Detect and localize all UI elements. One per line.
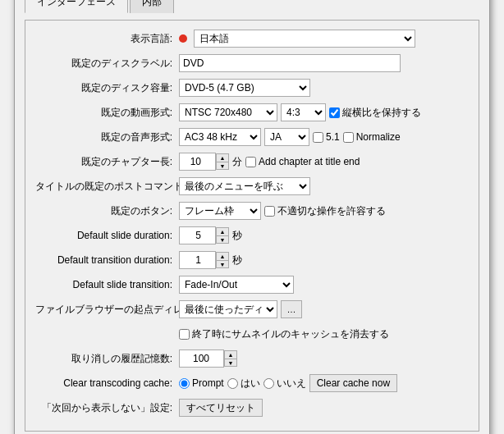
undo-history-down[interactable]: ▼ xyxy=(224,359,237,367)
reset-all-button[interactable]: すべてリセット xyxy=(179,399,263,417)
file-browser-dir-select[interactable]: 最後に使ったディレクトリ xyxy=(179,300,277,318)
slide-transition-select[interactable]: Fade-In/Out xyxy=(179,276,294,294)
undo-history-label: 取り消しの履歴記憶数: xyxy=(35,352,179,366)
transition-duration-unit: 秒 xyxy=(232,254,242,267)
audio-51-label[interactable]: 5.1 xyxy=(313,131,340,143)
transition-duration-row: Default transition duration: ▲ ▼ 秒 xyxy=(35,250,469,270)
clear-cache-now-button[interactable]: Clear cache now xyxy=(309,374,397,392)
slide-duration-spinner: ▲ ▼ xyxy=(179,226,229,244)
radio-no-label[interactable]: いいえ xyxy=(263,377,306,391)
browse-button[interactable]: … xyxy=(281,300,302,318)
slide-duration-row: Default slide duration: ▲ ▼ 秒 xyxy=(35,226,469,245)
language-dot-icon xyxy=(179,34,187,43)
audio-format-select[interactable]: AC3 48 kHz xyxy=(179,128,261,146)
clear-thumbnail-cache-checkbox[interactable] xyxy=(179,329,190,340)
chapter-length-down[interactable]: ▼ xyxy=(216,162,229,170)
settings-dialog: ◎ 設定 × インターフェース 内部 表示言語: 日本語 既定のディ xyxy=(14,0,490,434)
chapter-length-label: 既定のチャプター長: xyxy=(35,155,179,169)
transition-duration-spinner: ▲ ▼ xyxy=(179,251,229,269)
add-chapter-checkbox[interactable] xyxy=(245,157,256,167)
aspect-ratio-select[interactable]: 4:3 xyxy=(281,103,326,121)
chapter-length-unit: 分 xyxy=(232,155,242,169)
dont-show-again-label: 「次回から表示しない」設定: xyxy=(35,401,179,415)
tab-internal[interactable]: 内部 xyxy=(130,0,174,13)
radio-prompt[interactable] xyxy=(179,378,190,389)
undo-history-row: 取り消しの履歴記憶数: ▲ ▼ xyxy=(35,349,469,368)
clear-transcoding-cache-label: Clear transcoding cache: xyxy=(35,377,179,389)
add-chapter-label[interactable]: Add chapter at title end xyxy=(245,156,360,167)
clear-thumbnail-cache-label[interactable]: 終了時にサムネイルのキャッシュを消去する xyxy=(179,327,389,341)
video-format-label: 既定の動画形式: xyxy=(35,106,179,120)
disk-label-label: 既定のディスクラベル: xyxy=(35,57,179,71)
display-language-row: 表示言語: 日本語 xyxy=(35,29,469,48)
disk-label-input[interactable] xyxy=(179,54,401,72)
transition-duration-up[interactable]: ▲ xyxy=(216,252,229,260)
clear-transcoding-cache-row: Clear transcoding cache: Prompt はい いいえ C xyxy=(35,373,469,393)
radio-prompt-label[interactable]: Prompt xyxy=(179,377,224,389)
disk-capacity-label: 既定のディスク容量: xyxy=(35,81,179,95)
transition-duration-input[interactable] xyxy=(179,251,216,269)
post-command-label: タイトルの既定のポストコマンド: xyxy=(35,180,179,194)
default-button-label: 既定のボタン: xyxy=(35,204,179,218)
slide-transition-row: Default slide transition: Fade-In/Out xyxy=(35,275,469,295)
post-command-row: タイトルの既定のポストコマンド: 最後のメニューを呼ぶ xyxy=(35,176,469,196)
audio-lang-select[interactable]: JA xyxy=(264,128,309,146)
post-command-select[interactable]: 最後のメニューを呼ぶ xyxy=(179,177,310,195)
language-select[interactable]: 日本語 xyxy=(194,30,415,48)
thumbnail-cache-row: 終了時にサムネイルのキャッシュを消去する xyxy=(35,324,469,344)
default-button-row: 既定のボタン: フレーム枠 不適切な操作を許容する xyxy=(35,201,469,221)
video-format-select[interactable]: NTSC 720x480 xyxy=(179,103,277,121)
display-language-label: 表示言語: xyxy=(35,32,179,46)
dont-show-again-row: 「次回から表示しない」設定: すべてリセット xyxy=(35,398,469,418)
tab-interface[interactable]: インターフェース xyxy=(25,0,128,13)
undo-history-spinner: ▲ ▼ xyxy=(179,349,237,368)
keep-aspect-ratio-label[interactable]: 縦横比を保持する xyxy=(329,106,421,120)
slide-duration-label: Default slide duration: xyxy=(35,230,179,241)
transition-duration-down[interactable]: ▼ xyxy=(216,260,229,268)
slide-duration-unit: 秒 xyxy=(232,229,242,243)
file-browser-dir-label: ファイルブラウザーの起点ディレクトリ: xyxy=(35,303,179,317)
radio-yes[interactable] xyxy=(227,378,238,389)
audio-51-checkbox[interactable] xyxy=(313,132,323,143)
radio-yes-label[interactable]: はい xyxy=(227,377,260,391)
chapter-length-spinner: ▲ ▼ xyxy=(179,153,229,171)
file-browser-dir-row: ファイルブラウザーの起点ディレクトリ: 最後に使ったディレクトリ … xyxy=(35,299,469,319)
slide-duration-input[interactable] xyxy=(179,226,216,244)
tab-bar: インターフェース 内部 xyxy=(25,0,479,13)
tab-content: 表示言語: 日本語 既定のディスクラベル: 既定のディスク容量: xyxy=(25,20,479,432)
radio-no[interactable] xyxy=(263,378,274,389)
dialog-body: インターフェース 内部 表示言語: 日本語 既定のディスクラベル: xyxy=(15,0,489,434)
slide-duration-up[interactable]: ▲ xyxy=(216,227,229,235)
slide-duration-down[interactable]: ▼ xyxy=(216,235,229,244)
allow-inappropriate-checkbox[interactable] xyxy=(264,206,275,217)
normalize-checkbox[interactable] xyxy=(343,132,354,143)
disk-label-row: 既定のディスクラベル: xyxy=(35,53,469,73)
transition-duration-label: Default transition duration: xyxy=(35,254,179,266)
audio-format-label: 既定の音声形式: xyxy=(35,130,179,144)
undo-history-up[interactable]: ▲ xyxy=(224,350,237,359)
chapter-length-up[interactable]: ▲ xyxy=(216,153,229,162)
slide-transition-label: Default slide transition: xyxy=(35,279,179,290)
video-format-row: 既定の動画形式: NTSC 720x480 4:3 縦横比を保持する xyxy=(35,103,469,122)
chapter-length-input[interactable] xyxy=(179,153,216,171)
audio-format-row: 既定の音声形式: AC3 48 kHz JA 5.1 Normalize xyxy=(35,127,469,147)
default-button-select[interactable]: フレーム枠 xyxy=(179,202,261,220)
keep-aspect-ratio-checkbox[interactable] xyxy=(329,107,340,118)
chapter-length-row: 既定のチャプター長: ▲ ▼ 分 Add chapter at title en… xyxy=(35,152,469,171)
normalize-label[interactable]: Normalize xyxy=(343,131,401,143)
disk-capacity-row: 既定のディスク容量: DVD-5 (4.7 GB) xyxy=(35,78,469,98)
allow-inappropriate-label[interactable]: 不適切な操作を許容する xyxy=(264,204,386,218)
undo-history-input[interactable] xyxy=(179,349,224,368)
disk-capacity-select[interactable]: DVD-5 (4.7 GB) xyxy=(179,79,310,97)
